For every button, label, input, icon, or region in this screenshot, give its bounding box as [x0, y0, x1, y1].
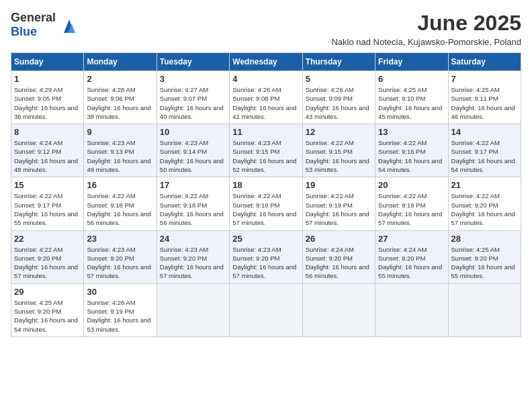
calendar-cell: 5Sunrise: 4:26 AMSunset: 9:09 PMDaylight…	[302, 71, 375, 124]
day-content: Sunrise: 4:22 AMSunset: 9:18 PMDaylight:…	[87, 191, 153, 227]
day-content: Sunrise: 4:23 AMSunset: 9:13 PMDaylight:…	[87, 138, 153, 174]
calendar-cell: 11Sunrise: 4:23 AMSunset: 9:15 PMDayligh…	[230, 124, 302, 177]
calendar-cell: 3Sunrise: 4:27 AMSunset: 9:07 PMDaylight…	[157, 71, 229, 124]
calendar-cell: 17Sunrise: 4:22 AMSunset: 9:18 PMDayligh…	[157, 177, 229, 230]
day-number: 11	[232, 127, 299, 137]
day-number: 22	[14, 234, 81, 244]
calendar-cell: 23Sunrise: 4:23 AMSunset: 9:20 PMDayligh…	[84, 230, 157, 283]
day-number: 15	[14, 180, 81, 190]
day-header-friday: Friday	[375, 53, 448, 71]
day-content: Sunrise: 4:22 AMSunset: 9:20 PMDaylight:…	[451, 191, 518, 227]
logo-general: General	[11, 11, 56, 24]
day-number: 23	[87, 234, 153, 244]
day-content: Sunrise: 4:28 AMSunset: 9:06 PMDaylight:…	[87, 85, 153, 121]
day-number: 3	[160, 74, 226, 84]
calendar-cell: 20Sunrise: 4:22 AMSunset: 9:19 PMDayligh…	[375, 177, 448, 230]
calendar-week-row: 15Sunrise: 4:22 AMSunset: 9:17 PMDayligh…	[11, 177, 521, 230]
calendar-cell: 4Sunrise: 4:26 AMSunset: 9:08 PMDaylight…	[230, 71, 302, 124]
day-content: Sunrise: 4:26 AMSunset: 9:08 PMDaylight:…	[232, 85, 299, 121]
calendar-cell	[302, 283, 375, 336]
day-number: 18	[232, 180, 299, 190]
day-number: 14	[451, 127, 518, 137]
month-title: June 2025	[331, 11, 521, 36]
calendar-cell: 12Sunrise: 4:22 AMSunset: 9:15 PMDayligh…	[302, 124, 375, 177]
day-number: 20	[378, 180, 445, 190]
day-number: 21	[451, 180, 518, 190]
day-content: Sunrise: 4:22 AMSunset: 9:17 PMDaylight:…	[14, 191, 81, 227]
day-number: 6	[378, 74, 445, 84]
day-number: 7	[451, 74, 518, 84]
day-header-wednesday: Wednesday	[230, 53, 302, 71]
day-content: Sunrise: 4:23 AMSunset: 9:14 PMDaylight:…	[160, 138, 226, 174]
day-number: 29	[14, 287, 81, 297]
header-row: SundayMondayTuesdayWednesdayThursdayFrid…	[11, 53, 521, 71]
calendar-cell: 2Sunrise: 4:28 AMSunset: 9:06 PMDaylight…	[84, 71, 157, 124]
calendar-cell	[230, 283, 302, 336]
day-content: Sunrise: 4:25 AMSunset: 9:11 PMDaylight:…	[451, 85, 518, 121]
day-content: Sunrise: 4:24 AMSunset: 9:20 PMDaylight:…	[378, 245, 445, 281]
calendar-cell: 19Sunrise: 4:22 AMSunset: 9:19 PMDayligh…	[302, 177, 375, 230]
calendar-cell: 18Sunrise: 4:22 AMSunset: 9:19 PMDayligh…	[230, 177, 302, 230]
day-content: Sunrise: 4:22 AMSunset: 9:17 PMDaylight:…	[451, 138, 518, 174]
calendar-cell: 8Sunrise: 4:24 AMSunset: 9:12 PMDaylight…	[11, 124, 84, 177]
day-number: 5	[306, 74, 372, 84]
calendar-cell: 1Sunrise: 4:29 AMSunset: 9:05 PMDaylight…	[11, 71, 84, 124]
calendar-week-row: 8Sunrise: 4:24 AMSunset: 9:12 PMDaylight…	[11, 124, 521, 177]
day-number: 17	[160, 180, 226, 190]
day-content: Sunrise: 4:24 AMSunset: 9:12 PMDaylight:…	[14, 138, 81, 174]
day-number: 1	[14, 74, 81, 84]
calendar-cell: 14Sunrise: 4:22 AMSunset: 9:17 PMDayligh…	[448, 124, 521, 177]
day-content: Sunrise: 4:22 AMSunset: 9:20 PMDaylight:…	[14, 245, 81, 281]
day-header-sunday: Sunday	[11, 53, 84, 71]
day-number: 30	[87, 287, 153, 297]
calendar-cell: 7Sunrise: 4:25 AMSunset: 9:11 PMDaylight…	[448, 71, 521, 124]
day-content: Sunrise: 4:26 AMSunset: 9:09 PMDaylight:…	[306, 85, 372, 121]
calendar-cell: 28Sunrise: 4:25 AMSunset: 9:20 PMDayligh…	[448, 230, 521, 283]
calendar-cell: 13Sunrise: 4:22 AMSunset: 9:16 PMDayligh…	[375, 124, 448, 177]
day-content: Sunrise: 4:23 AMSunset: 9:15 PMDaylight:…	[232, 138, 299, 174]
day-content: Sunrise: 4:27 AMSunset: 9:07 PMDaylight:…	[160, 85, 226, 121]
calendar-cell: 29Sunrise: 4:25 AMSunset: 9:20 PMDayligh…	[11, 283, 84, 336]
day-number: 25	[232, 234, 299, 244]
day-content: Sunrise: 4:25 AMSunset: 9:20 PMDaylight:…	[451, 245, 518, 281]
calendar-cell: 25Sunrise: 4:23 AMSunset: 9:20 PMDayligh…	[230, 230, 302, 283]
calendar-cell: 27Sunrise: 4:24 AMSunset: 9:20 PMDayligh…	[375, 230, 448, 283]
day-number: 12	[306, 127, 372, 137]
day-header-tuesday: Tuesday	[157, 53, 229, 71]
calendar-week-row: 29Sunrise: 4:25 AMSunset: 9:20 PMDayligh…	[11, 283, 521, 336]
calendar-week-row: 1Sunrise: 4:29 AMSunset: 9:05 PMDaylight…	[11, 71, 521, 124]
calendar-cell: 9Sunrise: 4:23 AMSunset: 9:13 PMDaylight…	[84, 124, 157, 177]
calendar-cell	[375, 283, 448, 336]
day-content: Sunrise: 4:26 AMSunset: 9:19 PMDaylight:…	[87, 298, 153, 334]
day-number: 16	[87, 180, 153, 190]
calendar-cell: 26Sunrise: 4:24 AMSunset: 9:20 PMDayligh…	[302, 230, 375, 283]
calendar-body: 1Sunrise: 4:29 AMSunset: 9:05 PMDaylight…	[11, 71, 521, 337]
calendar-cell: 15Sunrise: 4:22 AMSunset: 9:17 PMDayligh…	[11, 177, 84, 230]
calendar-cell	[448, 283, 521, 336]
day-content: Sunrise: 4:22 AMSunset: 9:19 PMDaylight:…	[378, 191, 445, 227]
day-content: Sunrise: 4:23 AMSunset: 9:20 PMDaylight:…	[232, 245, 299, 281]
day-number: 28	[451, 234, 518, 244]
day-header-thursday: Thursday	[302, 53, 375, 71]
day-number: 24	[160, 234, 226, 244]
calendar-cell: 10Sunrise: 4:23 AMSunset: 9:14 PMDayligh…	[157, 124, 229, 177]
calendar-cell	[157, 283, 229, 336]
day-number: 26	[306, 234, 372, 244]
day-content: Sunrise: 4:25 AMSunset: 9:10 PMDaylight:…	[378, 85, 445, 121]
calendar-table: SundayMondayTuesdayWednesdayThursdayFrid…	[11, 52, 521, 337]
day-content: Sunrise: 4:24 AMSunset: 9:20 PMDaylight:…	[306, 245, 372, 281]
day-content: Sunrise: 4:22 AMSunset: 9:19 PMDaylight:…	[306, 191, 372, 227]
day-content: Sunrise: 4:22 AMSunset: 9:16 PMDaylight:…	[378, 138, 445, 174]
calendar-cell: 24Sunrise: 4:23 AMSunset: 9:20 PMDayligh…	[157, 230, 229, 283]
calendar-header: SundayMondayTuesdayWednesdayThursdayFrid…	[11, 53, 521, 71]
header: General Blue June 2025 Naklo nad Notecia…	[11, 11, 521, 47]
day-content: Sunrise: 4:23 AMSunset: 9:20 PMDaylight:…	[160, 245, 226, 281]
day-number: 19	[306, 180, 372, 190]
day-number: 2	[87, 74, 153, 84]
logo-blue: Blue	[11, 25, 37, 38]
day-number: 9	[87, 127, 153, 137]
day-content: Sunrise: 4:22 AMSunset: 9:15 PMDaylight:…	[306, 138, 372, 174]
logo-text: General Blue	[11, 11, 56, 39]
location-subtitle: Naklo nad Notecia, Kujawsko-Pomorskie, P…	[331, 37, 521, 47]
day-content: Sunrise: 4:23 AMSunset: 9:20 PMDaylight:…	[87, 245, 153, 281]
